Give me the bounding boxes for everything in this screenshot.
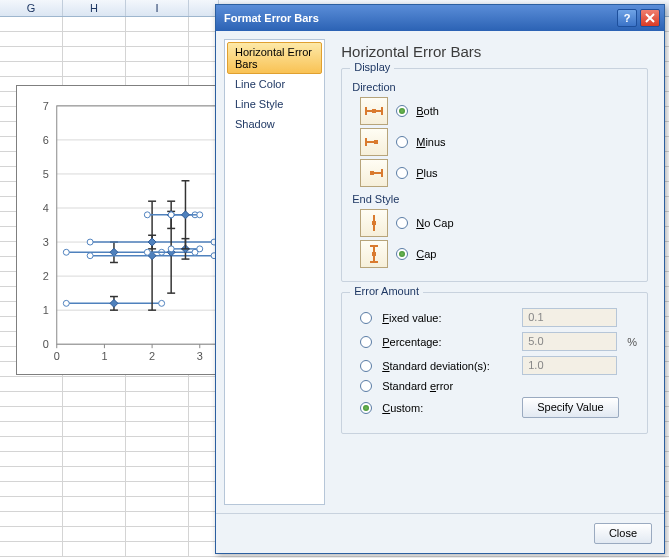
svg-text:6: 6: [43, 134, 49, 146]
svg-text:3: 3: [43, 236, 49, 248]
dialog-footer: Close: [216, 513, 664, 553]
svg-point-54: [144, 249, 150, 255]
endstyle-option-cap: Cap: [360, 240, 637, 268]
category-nav: Horizontal Error BarsLine ColorLine Styl…: [224, 39, 325, 505]
amount-option-stddev: Standard deviation(s):1.0: [360, 356, 637, 375]
direction-label: Direction: [352, 81, 637, 93]
endstyle-radio-cap[interactable]: [396, 248, 408, 260]
svg-point-42: [87, 253, 93, 259]
nav-item-line-style[interactable]: Line Style: [227, 94, 322, 114]
direction-option-both: Both: [360, 97, 637, 125]
amount-label-stderr[interactable]: Standard error: [382, 380, 512, 392]
direction-option-plus: Plus: [360, 159, 637, 187]
svg-point-31: [159, 300, 165, 306]
endstyle-label-cap[interactable]: Cap: [416, 248, 436, 260]
percent-suffix: %: [627, 336, 637, 348]
close-icon: [645, 13, 655, 23]
amount-option-custom: Custom:Specify Value: [360, 397, 637, 418]
amount-label-custom[interactable]: Custom:: [382, 402, 512, 414]
direction-radio-both[interactable]: [396, 105, 408, 117]
options-pane: Horizontal Error Bars Display Direction …: [333, 39, 656, 505]
amount-option-stderr: Standard error: [360, 380, 637, 392]
amount-label-percentage[interactable]: Percentage:: [382, 336, 512, 348]
minus-icon[interactable]: [360, 128, 388, 156]
cap-icon[interactable]: [360, 240, 388, 268]
amount-radio-custom[interactable]: [360, 402, 372, 414]
display-group: Display Direction BothMinusPlus End Styl…: [341, 68, 648, 282]
svg-text:1: 1: [101, 350, 107, 362]
col-h[interactable]: H: [63, 0, 126, 16]
amount-radio-stderr[interactable]: [360, 380, 372, 392]
svg-text:7: 7: [43, 100, 49, 112]
col-i[interactable]: I: [126, 0, 189, 16]
svg-point-67: [197, 246, 203, 252]
svg-rect-92: [372, 252, 376, 256]
svg-point-48: [87, 239, 93, 245]
close-button[interactable]: Close: [594, 523, 652, 544]
endstyle-label: End Style: [352, 193, 637, 205]
display-legend: Display: [350, 61, 394, 73]
amount-option-percentage: Percentage:5.0%: [360, 332, 637, 351]
amount-label-stddev[interactable]: Standard deviation(s):: [382, 360, 512, 372]
nav-item-shadow[interactable]: Shadow: [227, 114, 322, 134]
svg-text:0: 0: [54, 350, 60, 362]
format-error-bars-dialog: Format Error Bars ? Horizontal Error Bar…: [215, 4, 665, 554]
direction-radio-plus[interactable]: [396, 167, 408, 179]
svg-text:2: 2: [149, 350, 155, 362]
svg-point-30: [63, 300, 69, 306]
endstyle-radio-nocap[interactable]: [396, 217, 408, 229]
svg-rect-88: [372, 221, 376, 225]
amount-input-stddev[interactable]: 1.0: [522, 356, 617, 375]
svg-text:0: 0: [43, 338, 49, 350]
dialog-title: Format Error Bars: [224, 12, 617, 24]
direction-label-plus[interactable]: Plus: [416, 167, 437, 179]
svg-point-66: [168, 246, 174, 252]
amount-label-fixed[interactable]: Fixed value:: [382, 312, 512, 324]
direction-label-minus[interactable]: Minus: [416, 136, 445, 148]
col-g[interactable]: G: [0, 0, 63, 16]
svg-text:2: 2: [43, 270, 49, 282]
titlebar[interactable]: Format Error Bars ?: [216, 5, 664, 31]
svg-point-73: [197, 212, 203, 218]
svg-point-60: [144, 212, 150, 218]
amount-radio-percentage[interactable]: [360, 336, 372, 348]
amount-radio-fixed[interactable]: [360, 312, 372, 324]
specify-value-button[interactable]: Specify Value: [522, 397, 618, 418]
amount-option-fixed: Fixed value:0.1: [360, 308, 637, 327]
nocap-icon[interactable]: [360, 209, 388, 237]
direction-label-both[interactable]: Both: [416, 105, 439, 117]
svg-point-72: [168, 212, 174, 218]
nav-item-horizontal-error-bars[interactable]: Horizontal Error Bars: [227, 42, 322, 74]
svg-text:4: 4: [43, 202, 49, 214]
nav-item-line-color[interactable]: Line Color: [227, 74, 322, 94]
error-amount-group: Error Amount Fixed value:0.1Percentage:5…: [341, 292, 648, 434]
direction-option-minus: Minus: [360, 128, 637, 156]
both-icon[interactable]: [360, 97, 388, 125]
amount-radio-stddev[interactable]: [360, 360, 372, 372]
svg-rect-83: [374, 140, 378, 144]
svg-text:5: 5: [43, 168, 49, 180]
help-button[interactable]: ?: [617, 9, 637, 27]
close-x-button[interactable]: [640, 9, 660, 27]
pane-title: Horizontal Error Bars: [341, 43, 648, 60]
endstyle-option-nocap: No Cap: [360, 209, 637, 237]
svg-point-36: [63, 249, 69, 255]
plus-icon[interactable]: [360, 159, 388, 187]
amount-input-fixed[interactable]: 0.1: [522, 308, 617, 327]
direction-radio-minus[interactable]: [396, 136, 408, 148]
svg-text:3: 3: [197, 350, 203, 362]
endstyle-label-nocap[interactable]: No Cap: [416, 217, 453, 229]
svg-rect-80: [372, 109, 376, 113]
amount-input-percentage[interactable]: 5.0: [522, 332, 617, 351]
error-amount-legend: Error Amount: [350, 285, 423, 297]
svg-text:1: 1: [43, 304, 49, 316]
